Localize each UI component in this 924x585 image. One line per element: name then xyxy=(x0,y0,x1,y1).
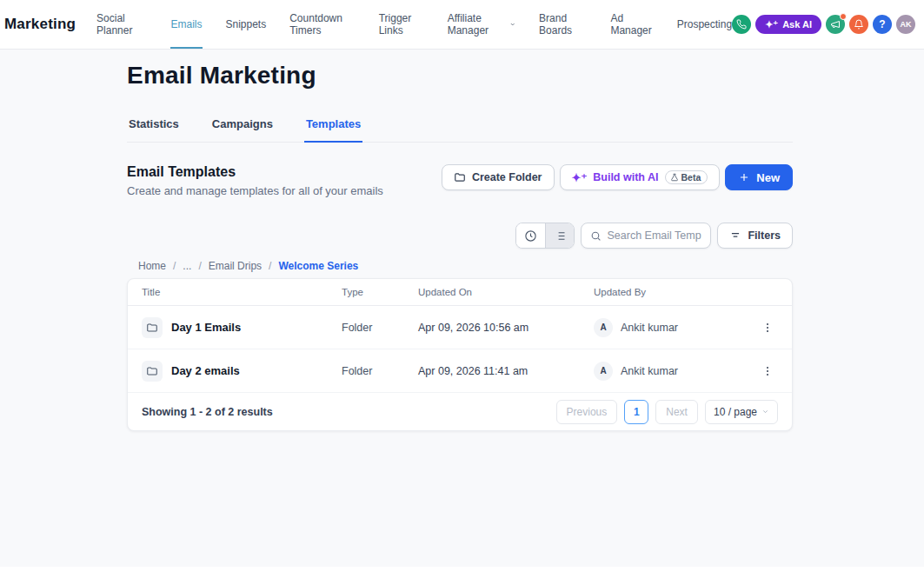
row-actions-menu-button[interactable] xyxy=(757,361,778,382)
breadcrumb-email-drips[interactable]: Email Drips xyxy=(209,260,262,272)
breadcrumb-separator: / xyxy=(198,260,201,272)
section-header: Email Templates Create and manage templa… xyxy=(127,164,793,197)
tab-label: Templates xyxy=(306,117,361,130)
filters-button[interactable]: Filters xyxy=(717,223,793,249)
phone-icon xyxy=(736,19,747,30)
search-box xyxy=(581,223,711,249)
nav-item-emails[interactable]: Emails xyxy=(170,0,202,49)
breadcrumb-home[interactable]: Home xyxy=(138,260,166,272)
filters-label: Filters xyxy=(748,229,781,242)
table-row[interactable]: Day 2 emails Folder Apr 09, 2026 11:41 a… xyxy=(128,349,792,393)
phone-button[interactable] xyxy=(732,15,751,34)
folder-icon xyxy=(146,365,158,377)
new-button[interactable]: New xyxy=(725,164,793,190)
nav-item-label: Affiliate Manager xyxy=(448,12,506,37)
nav-item-label: Social Planner xyxy=(96,12,147,37)
build-with-ai-label: Build with AI xyxy=(593,171,658,183)
ask-ai-label: Ask AI xyxy=(782,19,812,30)
help-button[interactable]: ? xyxy=(873,15,892,34)
top-navigation-bar: Marketing Social Planner Emails Snippets… xyxy=(0,0,924,50)
updated-by-avatar: A xyxy=(594,362,613,381)
nav-item-social-planner[interactable]: Social Planner xyxy=(96,0,147,49)
bottom-strip xyxy=(0,567,924,585)
main-content-area: Email Marketing Statistics Campaigns Tem… xyxy=(0,50,924,567)
announcements-button[interactable] xyxy=(826,15,845,34)
page-tabs: Statistics Campaigns Templates xyxy=(127,112,793,143)
row-updated-on: Apr 09, 2026 11:41 am xyxy=(418,365,594,377)
search-input[interactable] xyxy=(607,229,701,242)
tab-campaigns[interactable]: Campaigns xyxy=(210,112,275,143)
table-footer: Showing 1 - 2 of 2 results Previous 1 Ne… xyxy=(128,393,792,430)
row-title[interactable]: Day 2 emails xyxy=(171,364,240,377)
column-header-title: Title xyxy=(142,287,342,297)
kebab-menu-icon xyxy=(761,322,774,334)
breadcrumb-separator: / xyxy=(173,260,176,272)
nav-item-prospecting[interactable]: Prospecting xyxy=(677,0,732,49)
list-view-button[interactable] xyxy=(545,223,574,248)
tab-label: Statistics xyxy=(129,117,179,130)
nav-item-label: Emails xyxy=(170,18,202,30)
row-updated-by: Ankit kumar xyxy=(621,322,678,334)
megaphone-icon xyxy=(830,19,841,30)
new-label: New xyxy=(756,171,780,184)
breadcrumb-welcome-series: Welcome Series xyxy=(278,260,358,272)
page-size-select[interactable]: 10 / page xyxy=(705,400,778,424)
nav-item-trigger-links[interactable]: Trigger Links xyxy=(379,0,424,49)
breadcrumb-ellipsis[interactable]: ... xyxy=(183,260,191,272)
filter-lines-icon xyxy=(729,229,741,242)
page-size-value: 10 / page xyxy=(714,406,757,418)
primary-nav: Social Planner Emails Snippets Countdown… xyxy=(96,0,732,49)
nav-item-label: Trigger Links xyxy=(379,12,424,37)
section-title: Email Templates xyxy=(127,164,383,180)
nav-item-ad-manager[interactable]: Ad Manager xyxy=(610,0,653,49)
previous-page-button[interactable]: Previous xyxy=(556,400,618,424)
page-number-button[interactable]: 1 xyxy=(624,400,648,424)
nav-item-brand-boards[interactable]: Brand Boards xyxy=(539,0,587,49)
row-actions-menu-button[interactable] xyxy=(757,317,778,338)
results-summary: Showing 1 - 2 of 2 results xyxy=(142,406,273,418)
templates-table-card: Title Type Updated On Updated By Day 1 E… xyxy=(127,278,793,431)
create-folder-button[interactable]: Create Folder xyxy=(442,164,555,190)
nav-item-snippets[interactable]: Snippets xyxy=(226,0,267,49)
bell-icon xyxy=(854,19,864,30)
beta-badge: Beta xyxy=(665,170,708,184)
kebab-menu-icon xyxy=(761,365,774,377)
list-toolbar: Filters xyxy=(127,223,793,249)
row-type: Folder xyxy=(342,322,418,334)
tab-statistics[interactable]: Statistics xyxy=(127,112,181,143)
breadcrumb: Home / ... / Email Drips / Welcome Serie… xyxy=(127,260,793,272)
next-page-button[interactable]: Next xyxy=(655,400,698,424)
recents-view-button[interactable] xyxy=(516,223,545,248)
row-type: Folder xyxy=(342,365,418,377)
beta-label: Beta xyxy=(681,172,701,183)
nav-item-label: Prospecting xyxy=(677,18,732,30)
clock-icon xyxy=(524,229,537,243)
notification-dot xyxy=(840,13,847,20)
nav-item-label: Countdown Timers xyxy=(289,12,355,37)
sparkles-icon: ✦⁺ xyxy=(765,20,778,30)
folder-chip xyxy=(142,361,163,382)
nav-item-countdown-timers[interactable]: Countdown Timers xyxy=(289,0,355,49)
nav-item-label: Snippets xyxy=(226,18,267,30)
row-title[interactable]: Day 1 Emails xyxy=(171,321,241,334)
notifications-button[interactable] xyxy=(849,15,868,34)
tab-templates[interactable]: Templates xyxy=(304,112,362,143)
table-row[interactable]: Day 1 Emails Folder Apr 09, 2026 10:56 a… xyxy=(128,306,792,349)
column-header-updated-by: Updated By xyxy=(594,287,742,297)
updated-by-avatar: A xyxy=(594,318,613,337)
build-with-ai-button[interactable]: ✦⁺ Build with AI Beta xyxy=(560,164,721,190)
breadcrumb-separator: / xyxy=(269,260,271,272)
chevron-down-icon xyxy=(761,408,769,415)
plus-icon xyxy=(738,171,750,183)
avatar-initials: AK xyxy=(901,20,912,29)
nav-item-affiliate-manager[interactable]: Affiliate Manager xyxy=(448,0,515,49)
user-avatar[interactable]: AK xyxy=(896,15,915,34)
table-header-row: Title Type Updated On Updated By xyxy=(128,279,792,306)
folder-icon xyxy=(146,322,158,334)
folder-icon xyxy=(454,171,466,183)
tab-label: Campaigns xyxy=(212,117,273,130)
row-updated-on: Apr 09, 2026 10:56 am xyxy=(418,322,594,334)
ask-ai-button[interactable]: ✦⁺ Ask AI xyxy=(755,15,821,34)
section-subtitle: Create and manage templates for all of y… xyxy=(127,184,383,197)
column-header-type: Type xyxy=(342,287,418,297)
